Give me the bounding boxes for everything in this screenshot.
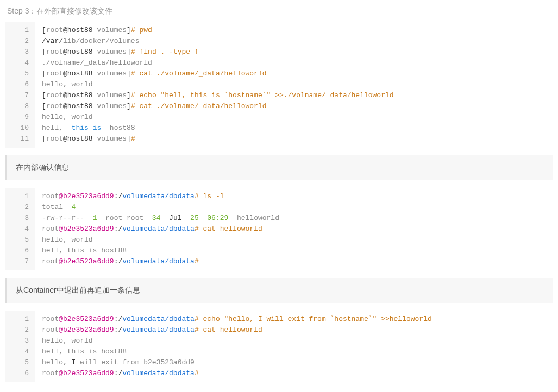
code-token: ls -l	[203, 192, 224, 200]
code-token: root	[42, 257, 59, 265]
code-token: root	[46, 135, 63, 143]
code-token: @host88	[63, 102, 97, 110]
code-1: [root@host88 volumes]# pwd/var/lib/docke…	[35, 22, 553, 148]
code-token: hello, world	[42, 236, 93, 244]
code-token: cat helloworld	[203, 225, 262, 233]
code-token: volumes	[97, 26, 127, 34]
code-line: root@b2e3523a6dd9:/volumedata/dbdata# ca…	[42, 224, 553, 235]
code-token: hello, world	[42, 80, 93, 88]
code-token: root	[46, 91, 63, 99]
code-line: root@b2e3523a6dd9:/volumedata/dbdata# ec…	[42, 314, 553, 325]
code-token: [	[42, 102, 46, 110]
code-token: [	[42, 69, 46, 78]
code-line: hello, world	[42, 112, 553, 123]
code-token: volumedata/dbdata	[122, 315, 195, 323]
code-token: volumes	[97, 48, 127, 56]
code-token: :/	[114, 315, 123, 323]
line-number: 1	[5, 191, 31, 202]
code-token: hello,	[42, 358, 72, 366]
code-2: root@b2e3523a6dd9:/volumedata/dbdata# ls…	[35, 188, 553, 270]
line-number: 7	[5, 90, 31, 101]
code-token: volumes	[97, 102, 127, 110]
step-title: Step 3：在外部直接修改该文件	[5, 0, 553, 22]
code-token: hell, this is host88	[42, 246, 127, 255]
code-line: root@b2e3523a6dd9:/volumedata/dbdata# ls…	[42, 191, 553, 202]
line-number: 4	[5, 346, 31, 357]
code-line: hello, world	[42, 235, 553, 245]
code-token: hell, this is host88	[42, 347, 127, 356]
code-token: ]	[127, 91, 131, 99]
code-token: -rw-r--r--	[42, 214, 89, 222]
callout-internal-confirm: 在内部确认信息	[5, 155, 553, 180]
code-token: host88	[105, 124, 135, 132]
code-token: volumedata/dbdata	[122, 369, 195, 377]
code-token: @b2e3523a6dd9	[59, 192, 114, 200]
code-token: root	[42, 315, 59, 323]
code-token: #	[195, 326, 203, 334]
code-token: cat ./volname/_data/helloworld	[139, 102, 266, 110]
code-token: root	[46, 102, 63, 110]
code-token: @host88	[63, 69, 97, 78]
code-token: #	[195, 315, 203, 323]
code-line: hello, world	[42, 79, 553, 90]
line-number: 1	[5, 314, 31, 325]
code-token: helloworld	[233, 214, 279, 222]
code-token: @b2e3523a6dd9	[59, 225, 114, 233]
code-line: hello, world	[42, 336, 553, 346]
code-line: root@b2e3523a6dd9:/volumedata/dbdata#	[42, 368, 553, 379]
line-number: 2	[5, 36, 31, 47]
code-token: hello, world	[42, 337, 93, 345]
code-token: volumes	[97, 91, 127, 99]
code-token: root	[42, 192, 59, 200]
code-token: volumes	[97, 135, 127, 143]
line-number: 6	[5, 368, 31, 379]
code-token: #	[131, 69, 140, 78]
code-token: Jul	[165, 214, 186, 222]
code-token: is	[89, 124, 105, 132]
line-number: 3	[5, 47, 31, 58]
line-number: 1	[5, 25, 31, 36]
code-token: volumedata/dbdata	[122, 225, 195, 233]
line-number: 5	[5, 357, 31, 368]
code-token: volumes	[97, 69, 127, 78]
code-token: lib/docker/volumes	[63, 37, 139, 45]
code-token: :/	[114, 225, 123, 233]
code-token: 25	[186, 214, 203, 222]
code-line: [root@host88 volumes]# cat ./volname/_da…	[42, 101, 553, 112]
code-token: ]	[127, 102, 131, 110]
code-line: [root@host88 volumes]#	[42, 134, 553, 144]
code-token: @b2e3523a6dd9	[59, 257, 114, 265]
code-token: will exit from b2e3523a6dd9	[76, 358, 194, 366]
code-line: /var/lib/docker/volumes	[42, 36, 553, 47]
code-token: echo "hell, this is `hostname`" >>./voln…	[139, 91, 393, 99]
code-token: @host88	[63, 48, 97, 56]
code-token: 34	[148, 214, 165, 222]
gutter-1: 1234567891011	[5, 22, 35, 148]
line-number: 3	[5, 213, 31, 224]
line-number: 2	[5, 325, 31, 336]
code-token: total	[42, 203, 67, 211]
gutter-2: 1234567	[5, 188, 35, 270]
code-token: echo "hello, I will exit from `hostname`…	[203, 315, 431, 323]
code-token: root	[42, 369, 59, 377]
code-block-3: 123456 root@b2e3523a6dd9:/volumedata/dbd…	[5, 311, 553, 382]
code-token: root	[42, 225, 59, 233]
code-token: #	[131, 135, 135, 143]
code-token: :/	[114, 369, 123, 377]
code-token: [	[42, 48, 46, 56]
code-line: root@b2e3523a6dd9:/volumedata/dbdata#	[42, 256, 553, 267]
code-token: /	[59, 37, 63, 45]
code-token: ]	[127, 48, 131, 56]
code-token: root	[42, 326, 59, 334]
code-token: @host88	[63, 135, 97, 143]
code-token: @host88	[63, 91, 97, 99]
line-number: 10	[5, 123, 31, 134]
code-line: total 4	[42, 202, 553, 213]
code-token: ]	[127, 69, 131, 78]
code-token: [	[42, 26, 46, 34]
code-token: @b2e3523a6dd9	[59, 315, 114, 323]
code-line: -rw-r--r-- 1 root root 34 Jul 25 06:29 h…	[42, 213, 553, 224]
line-number: 6	[5, 79, 31, 90]
code-token: ./volname/_data/helloworld	[42, 59, 152, 67]
line-number: 2	[5, 202, 31, 213]
